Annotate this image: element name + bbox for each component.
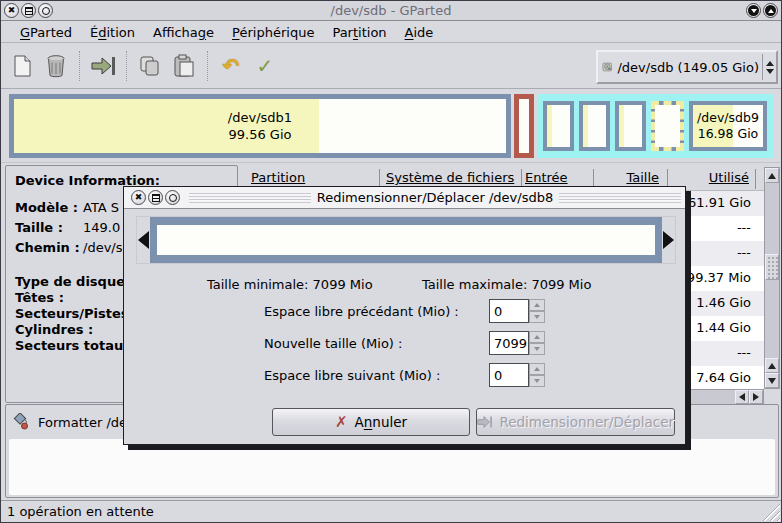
partition-sdb9[interactable]: /dev/sdb9 16.98 Gio [689, 101, 767, 151]
copy-button[interactable] [133, 48, 167, 84]
dialog-menu-icon[interactable] [148, 190, 163, 205]
gparted-window: /dev/sdb - GParted ✖ GParted Édition Aff… [0, 0, 782, 523]
copy-icon [138, 54, 162, 78]
statusbar-text: 1 opération en attente [7, 504, 154, 519]
partition-sdb1[interactable]: /dev/sdb1 99.56 Gio [9, 94, 511, 158]
menu-aide[interactable]: Aide [396, 23, 443, 42]
scroll-right-icon[interactable] [749, 390, 763, 404]
menu-partition[interactable]: Partition [323, 23, 395, 42]
vertical-scrollbar-thumb[interactable] [765, 254, 779, 280]
paste-icon [172, 54, 196, 78]
scroll-left-icon[interactable] [735, 390, 749, 404]
partition-logical-2[interactable] [579, 101, 610, 151]
dialog-shade-icon[interactable] [165, 190, 180, 205]
resize-handle-left[interactable] [137, 217, 150, 263]
resize-handle-right[interactable] [662, 217, 675, 263]
statusbar: 1 opération en attente [1, 500, 781, 522]
menu-edition[interactable]: Édition [81, 23, 144, 42]
free-space-before-input[interactable] [489, 299, 529, 323]
delete-partition-button[interactable] [39, 48, 73, 84]
col-used[interactable]: Utilisé [671, 170, 749, 185]
dialog-title: Redimensionner/Déplacer /dev/sdb8 [317, 190, 553, 205]
window-titlebar: /dev/sdb - GParted ✖ [1, 1, 781, 21]
partition-sdb9-label: /dev/sdb9 16.98 Gio [693, 110, 763, 142]
cancel-label: Annuler [355, 414, 408, 430]
paste-button[interactable] [167, 48, 201, 84]
undo-button[interactable]: ↶ [214, 48, 248, 84]
combo-down-icon [766, 69, 774, 74]
vertical-scrollbar[interactable] [764, 167, 780, 389]
partition-logical-1[interactable] [543, 101, 574, 151]
resize-slider[interactable] [136, 216, 676, 264]
hard-drive-icon [602, 55, 612, 79]
left-arrow-icon [138, 231, 149, 249]
resize-move-button[interactable] [86, 48, 120, 84]
spin-down-icon[interactable] [529, 311, 545, 323]
free-space-before-label: Espace libre précédant (Mio) : [264, 304, 459, 319]
dialog-titlebar: ✖ Redimensionner/Déplacer /dev/sdb8 [124, 187, 685, 209]
combo-separator [762, 54, 763, 80]
partition-sdb8-selected[interactable] [651, 101, 684, 151]
combo-arrows[interactable] [766, 61, 774, 74]
device-selector-value: /dev/sdb (149.05 Gio) [612, 60, 759, 75]
partition-sdb1-label: /dev/sdb1 99.56 Gio [14, 109, 506, 143]
minimize-icon[interactable] [746, 3, 761, 18]
spin-up-icon[interactable] [529, 331, 545, 343]
max-size-label: Taille maximale: 7099 Mio [422, 277, 591, 292]
new-partition-button[interactable] [5, 48, 39, 84]
toolbar-separator [126, 51, 127, 81]
check-icon: ✓ [257, 54, 274, 78]
cancel-button[interactable]: ✗ Annuler [272, 408, 470, 436]
close-icon[interactable]: ✖ [4, 3, 19, 18]
apply-button[interactable]: ✓ [248, 48, 282, 84]
partition-extended[interactable]: /dev/sdb9 16.98 Gio [537, 94, 773, 158]
partition-sdb8-inner [651, 101, 684, 151]
menu-affichage[interactable]: Affichage [144, 23, 223, 42]
resize-arrow-icon [90, 55, 116, 77]
window-title: /dev/sdb - GParted [1, 3, 781, 18]
menu-peripherique[interactable]: Périphérique [223, 23, 323, 42]
resize-move-dialog: ✖ Redimensionner/Déplacer /dev/sdb8 Tail… [123, 186, 686, 445]
operations-detail-area [9, 439, 775, 495]
shade-icon[interactable] [38, 3, 53, 18]
free-space-after-label: Espace libre suivant (Mio) : [264, 368, 440, 383]
dialog-close-icon[interactable]: ✖ [131, 190, 146, 205]
apply-arrow-icon [477, 414, 492, 430]
spin-up-icon[interactable] [529, 363, 545, 375]
spin-up-icon[interactable] [529, 299, 545, 311]
operation-item-label: Formatter /dev [38, 415, 135, 430]
partition-unallocated[interactable] [514, 94, 534, 158]
col-filesystem[interactable]: Système de fichiers [386, 170, 514, 185]
resize-grip[interactable] [762, 503, 780, 521]
spin-down-icon[interactable] [529, 375, 545, 387]
cancel-x-icon: ✗ [335, 413, 348, 431]
device-selector[interactable]: /dev/sdb (149.05 Gio) [596, 50, 778, 84]
resize-slider-partition[interactable] [157, 225, 655, 255]
resize-move-button-disabled[interactable]: Redimensionner/Déplacer [476, 408, 675, 436]
col-size[interactable]: Taille [599, 170, 659, 185]
format-operation-icon [12, 413, 30, 431]
toolbar-separator [79, 51, 80, 81]
new-size-input[interactable] [489, 331, 529, 355]
partition-logical-3[interactable] [615, 101, 646, 151]
scrollbar-corner [764, 389, 780, 405]
col-partition[interactable]: Partition [251, 170, 305, 185]
spin-down-icon[interactable] [529, 343, 545, 355]
window-menu-icon[interactable] [21, 3, 36, 18]
partition-visual-bar: /dev/sdb1 99.56 Gio /dev/sdb9 16.98 Gio [1, 89, 781, 163]
scroll-up-icon[interactable] [765, 358, 779, 373]
min-size-label: Taille minimale: 7099 Mio [207, 277, 373, 292]
right-arrow-icon [663, 231, 674, 249]
col-mount[interactable]: Entrée [525, 170, 568, 185]
toolbar: ↶ ✓ /dev/sdb (149.05 Gio) [1, 44, 781, 89]
free-space-after-input[interactable] [489, 363, 529, 387]
resize-move-label: Redimensionner/Déplacer [499, 414, 674, 430]
menu-gparted[interactable]: GParted [11, 23, 81, 42]
scroll-up-icon[interactable] [765, 168, 779, 183]
toolbar-separator [207, 51, 208, 81]
resize-slider-bar[interactable] [150, 217, 662, 263]
undo-icon: ↶ [223, 54, 240, 78]
menubar: GParted Édition Affichage Périphérique P… [1, 22, 781, 43]
maximize-icon[interactable] [763, 3, 778, 18]
scroll-down-icon[interactable] [765, 373, 779, 388]
